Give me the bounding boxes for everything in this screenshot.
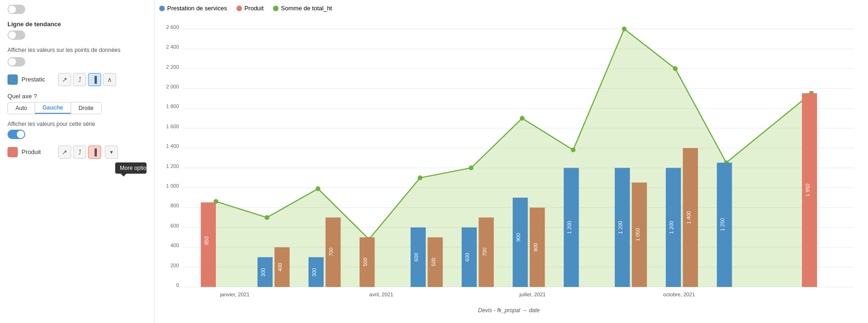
afficher-valeurs-section: Afficher les valeurs sur les points de d… <box>7 46 147 66</box>
bar-sep-produit-label: 1 050 <box>635 228 640 241</box>
produit-line-icon[interactable]: ↗ <box>58 146 71 159</box>
svg-point-34 <box>520 116 524 121</box>
legend-total-label: Somme de total_ht <box>281 5 332 12</box>
svg-text:1 800: 1 800 <box>166 103 179 109</box>
svg-text:1 200: 1 200 <box>166 163 179 169</box>
afficher-serie-toggle-row <box>7 130 147 139</box>
chart-area: Prestation de services Produit Somme de … <box>154 0 868 323</box>
axis-gauche-btn[interactable]: Gauche <box>35 103 71 114</box>
svg-text:1 600: 1 600 <box>166 124 179 129</box>
more-options-tooltip-container: More options <box>115 162 147 176</box>
bar-may-produit-label: 500 <box>431 257 436 266</box>
svg-point-36 <box>622 27 626 31</box>
legend-prestation: Prestation de services <box>159 5 227 12</box>
svg-text:avril, 2021: avril, 2021 <box>369 292 393 297</box>
legend-produit-dot <box>236 6 242 11</box>
bar-nov-prestation-label: 1 250 <box>720 218 725 231</box>
svg-text:juillet, 2021: juillet, 2021 <box>519 292 545 297</box>
bar-jun-prestation-label: 600 <box>464 253 470 262</box>
quel-axe-section: Quel axe ? Auto Gauche Droite <box>7 93 147 114</box>
bar-may-prestation-label: 600 <box>413 253 419 262</box>
svg-point-33 <box>469 166 473 170</box>
prestation-chart-icons: ↗ ⤴ ▐ ∧ <box>58 73 116 86</box>
produit-expand-btn[interactable]: ▾ <box>105 146 118 159</box>
produit-area-icon[interactable]: ⤴ <box>73 146 86 159</box>
prestation-bar-icon[interactable]: ▐ <box>88 73 101 86</box>
chart-legend: Prestation de services Produit Somme de … <box>159 5 859 12</box>
bar-apr-produit-label: 500 <box>362 257 368 266</box>
svg-point-30 <box>316 186 320 191</box>
svg-text:1 000: 1 000 <box>166 183 179 189</box>
produit-bar-icon[interactable]: ▐ <box>88 146 101 159</box>
prestation-line-icon[interactable]: ↗ <box>58 73 71 86</box>
svg-text:2 000: 2 000 <box>166 84 179 89</box>
bar-mar-prestation-label: 300 <box>311 268 317 277</box>
bar-jun-produit-label: 700 <box>482 248 487 257</box>
bar-feb-produit-label: 400 <box>277 263 283 272</box>
svg-text:2 600: 2 600 <box>166 24 179 30</box>
bar-oct-produit-label: 1 400 <box>686 211 691 224</box>
ligne-tendance-toggle[interactable] <box>7 30 25 40</box>
bar-feb-prestation-label: 300 <box>260 268 266 277</box>
produit-name: Produit <box>22 148 54 155</box>
legend-total: Somme de total_ht <box>273 5 332 12</box>
axis-droite-btn[interactable]: Droite <box>71 103 101 114</box>
bar-sep-prestation-label: 1 200 <box>618 221 623 234</box>
svg-text:800: 800 <box>170 203 179 208</box>
svg-text:janvier, 2021: janvier, 2021 <box>220 292 250 297</box>
svg-text:600: 600 <box>170 223 179 228</box>
svg-text:octobre, 2021: octobre, 2021 <box>663 292 695 297</box>
prestation-area-icon[interactable]: ⤴ <box>73 73 86 86</box>
bar-jan-produit-label: 850 <box>204 236 209 245</box>
prestation-mountain-icon[interactable]: ∧ <box>103 73 116 86</box>
top-toggle[interactable] <box>7 5 25 14</box>
svg-text:200: 200 <box>170 263 179 268</box>
left-panel: Ligne de tendance Afficher les valeurs s… <box>0 0 154 323</box>
afficher-valeurs-toggle-row <box>7 57 147 66</box>
legend-prestation-dot <box>159 6 165 11</box>
bar-dec-produit-label: 1 950 <box>805 184 810 197</box>
ligne-tendance-section: Ligne de tendance <box>7 21 147 40</box>
svg-text:400: 400 <box>170 242 179 248</box>
quel-axe-label: Quel axe ? <box>7 93 147 100</box>
legend-total-dot <box>273 6 279 11</box>
bar-aug-prestation-label: 1 200 <box>566 221 572 234</box>
chart-svg: 0 200 400 600 800 1 000 1 200 1 400 1 60… <box>159 15 859 305</box>
afficher-serie-section: Afficher les valeurs pour cette série <box>7 121 147 139</box>
prestation-name: Prestatic <box>22 76 54 83</box>
bar-jul-produit-label: 800 <box>533 243 538 252</box>
axis-auto-btn[interactable]: Auto <box>8 103 35 114</box>
afficher-serie-toggle[interactable] <box>7 130 25 139</box>
produit-series-row: Produit ↗ ⤴ ▐ ▾ <box>7 146 147 159</box>
prestation-color-box <box>7 74 18 85</box>
ligne-tendance-label: Ligne de tendance <box>7 21 147 28</box>
svg-text:0: 0 <box>176 282 179 288</box>
svg-text:1 400: 1 400 <box>166 143 179 149</box>
x-axis-labels: janvier, 2021 avril, 2021 juillet, 2021 … <box>220 292 695 297</box>
top-toggle-row <box>7 5 147 14</box>
legend-produit-label: Produit <box>244 5 264 12</box>
x-axis-title-text: Devis - fk_propal → date <box>478 307 540 314</box>
legend-prestation-label: Prestation de services <box>167 5 227 12</box>
ligne-tendance-toggle-row <box>7 30 147 40</box>
chart-wrapper: 0 200 400 600 800 1 000 1 200 1 400 1 60… <box>159 15 859 305</box>
svg-point-32 <box>418 176 422 180</box>
bar-oct-prestation-label: 1 200 <box>669 221 674 234</box>
bar-jul-prestation <box>513 198 528 287</box>
svg-text:2 200: 2 200 <box>166 64 179 70</box>
legend-produit: Produit <box>236 5 264 12</box>
more-options-tooltip: More options <box>115 162 147 174</box>
svg-point-37 <box>673 66 677 71</box>
bar-jul-prestation-label: 900 <box>515 233 521 242</box>
svg-point-35 <box>571 147 575 152</box>
x-axis-title: Devis - fk_propal → date <box>159 307 859 314</box>
prestation-series-row: Prestatic ↗ ⤴ ▐ ∧ <box>7 73 147 86</box>
svg-point-29 <box>265 215 269 220</box>
bar-mar-produit-label: 700 <box>328 248 334 257</box>
afficher-valeurs-label: Afficher les valeurs sur les points de d… <box>7 46 147 54</box>
afficher-serie-label: Afficher les valeurs pour cette série <box>7 121 147 127</box>
afficher-valeurs-toggle[interactable] <box>7 57 25 66</box>
svg-text:2 400: 2 400 <box>166 44 179 50</box>
tooltip-arrow <box>121 174 126 176</box>
axis-buttons-group: Auto Gauche Droite <box>7 102 102 114</box>
